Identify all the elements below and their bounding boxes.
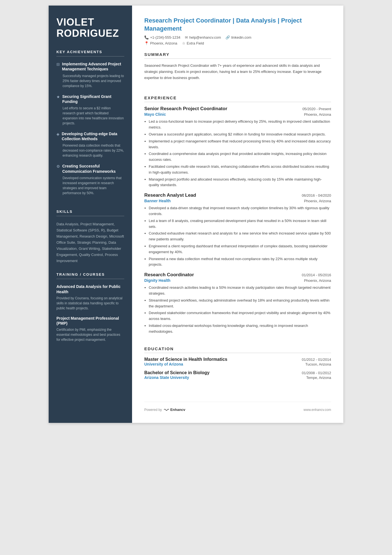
contact-phone: 📞 +1-(234)-555-1234 — [144, 35, 180, 40]
achievements-section: KEY ACHIEVEMENTS ⊟ Implementing Advanced… — [56, 50, 124, 201]
bullet-3-3: Developed stakeholder communication fram… — [149, 310, 331, 322]
job-location-1: Phoenix, Arizona — [304, 112, 331, 117]
edu-school-row-1: University of Arizona Tucson, Arizona — [144, 362, 331, 366]
summary-title: SUMMARY — [144, 52, 331, 57]
email-icon: ✉ — [185, 35, 188, 40]
bullet-3-4: Initiated cross-departmental workshops f… — [149, 323, 331, 335]
linkedin-icon: 🔗 — [225, 35, 230, 40]
bullet-2-2: Led a team of 8 analysts, creating perso… — [149, 218, 331, 230]
resume-container: VIOLET RODRIGUEZ KEY ACHIEVEMENTS ⊟ Impl… — [49, 6, 343, 423]
sidebar: VIOLET RODRIGUEZ KEY ACHIEVEMENTS ⊟ Impl… — [49, 6, 132, 423]
training-desc-2: Certification by PMI, emphasizing the es… — [56, 327, 124, 342]
job-company-1: Mayo Clinic — [144, 112, 166, 117]
edu-header-2: Bachelor of Science in Biology 01/2008 -… — [144, 370, 331, 375]
bullet-2-1: Developed a data-driven strategy that im… — [149, 205, 331, 217]
job-company-row-2: Banner Health Phoenix, Arizona — [144, 199, 331, 203]
achievement-icon-3: ◈ — [56, 132, 59, 136]
job-bullets-2: Developed a data-driven strategy that im… — [144, 205, 331, 268]
achievement-item-4: ⚙ Creating Successful Communication Fram… — [56, 164, 124, 195]
training-item-1: Advanced Data Analysis for Public Health… — [56, 284, 124, 310]
achievement-icon-4: ⚙ — [56, 164, 60, 169]
edu-header-1: Master of Science in Health Informatics … — [144, 357, 331, 362]
training-title-1: Advanced Data Analysis for Public Health — [56, 284, 124, 294]
job-date-2: 06/2016 - 04/2020 — [302, 193, 331, 198]
education-title: EDUCATION — [144, 346, 331, 351]
job-location-3: Phoenix, Arizona — [304, 278, 331, 283]
bullet-1-5: Facilitated complex multi-site research … — [149, 164, 331, 176]
job-title-3: Research Coordinator — [144, 272, 194, 278]
job-header-2: Research Analyst Lead 06/2016 - 04/2020 — [144, 193, 331, 198]
edu-city-2: Tempe, Arizona — [306, 376, 331, 380]
job-company-row-3: Dignity Health Phoenix, Arizona — [144, 278, 331, 283]
bullet-1-6: Managed project portfolio and allocated … — [149, 177, 331, 188]
skills-section: SKILLS Data Analysis, Project Management… — [56, 209, 124, 264]
job-date-3: 01/2014 - 05/2016 — [302, 273, 331, 277]
skills-text: Data Analysis, Project Management, Stati… — [56, 221, 124, 264]
achievement-desc-4: Developed communication systems that inc… — [56, 176, 124, 196]
achievement-item-2: ★ Securing Significant Grant Funding Led… — [56, 94, 124, 126]
extra-field-icon: ☆ — [182, 41, 185, 45]
training-item-2: Project Management Professional (PMP) Ce… — [56, 316, 124, 342]
edu-item-2: Bachelor of Science in Biology 01/2008 -… — [144, 370, 331, 380]
logo-icon — [163, 408, 169, 411]
job-company-2: Banner Health — [144, 199, 171, 203]
bullet-2-5: Pioneered a new data collection method t… — [149, 256, 331, 268]
achievement-desc-3: Pioneered data collection methods that d… — [56, 143, 124, 158]
experience-title: EXPERIENCE — [144, 95, 331, 100]
achievement-icon-2: ★ — [56, 95, 60, 99]
job-title-2: Research Analyst Lead — [144, 193, 196, 198]
bullet-3-2: Streamlined project workflows, reducing … — [149, 298, 331, 309]
summary-section: SUMMARY Seasoned Research Project Coordi… — [144, 52, 331, 88]
edu-date-2: 01/2008 - 01/2012 — [302, 371, 331, 375]
contact-location-row: 📍 Phoenix, Arizona ☆ Extra Field — [144, 41, 331, 45]
achievement-title-1: Implementing Advanced Project Management… — [62, 61, 124, 71]
job-title-header: Research Project Coordinator | Data Anal… — [144, 17, 331, 33]
candidate-name: VIOLET RODRIGUEZ — [56, 17, 124, 39]
job-location-2: Phoenix, Arizona — [304, 199, 331, 203]
education-section: EDUCATION Master of Science in Health In… — [144, 346, 331, 384]
achievement-item-3: ◈ Developing Cutting-edge Data Collectio… — [56, 131, 124, 158]
job-company-row-1: Mayo Clinic Phoenix, Arizona — [144, 112, 331, 117]
job-bullets-1: Led a cross-functional team to increase … — [144, 119, 331, 188]
bullet-1-4: Coordinated a comprehensive data analysi… — [149, 151, 331, 163]
experience-section: EXPERIENCE Senior Research Project Coord… — [144, 95, 331, 339]
bullet-2-4: Engineered a client reporting dashboard … — [149, 243, 331, 255]
location-icon: 📍 — [144, 41, 149, 45]
contact-linkedin[interactable]: 🔗 linkedin.com — [225, 35, 251, 40]
summary-text: Seasoned Research Project Coordinator wi… — [144, 63, 331, 81]
edu-item-1: Master of Science in Health Informatics … — [144, 357, 331, 366]
edu-school-2: Arizona State University — [144, 375, 189, 380]
achievement-title-4: Creating Successful Communication Framew… — [62, 164, 124, 174]
achievements-title: KEY ACHIEVEMENTS — [56, 50, 124, 54]
job-company-3: Dignity Health — [144, 278, 170, 283]
skills-title: SKILLS — [56, 209, 124, 214]
achievement-item-1: ⊟ Implementing Advanced Project Manageme… — [56, 61, 124, 88]
training-title-2: Project Management Professional (PMP) — [56, 316, 124, 326]
edu-date-1: 01/2012 - 01/2014 — [302, 357, 331, 362]
main-header: Research Project Coordinator | Data Anal… — [144, 17, 331, 45]
job-bullets-3: Coordinated research activities leading … — [144, 285, 331, 334]
contact-row: 📞 +1-(234)-555-1234 ✉ help@enhancv.com 🔗… — [144, 35, 331, 40]
footer-website: www.enhancv.com — [304, 408, 331, 412]
job-header-1: Senior Research Project Coordinator 05/2… — [144, 106, 331, 112]
contact-email: ✉ help@enhancv.com — [185, 35, 221, 40]
bullet-1-2: Oversaw a successful grant application, … — [149, 132, 331, 137]
training-desc-1: Provided by Coursera, focusing on analyt… — [56, 296, 124, 311]
edu-school-row-2: Arizona State University Tempe, Arizona — [144, 375, 331, 380]
bullet-2-3: Conducted exhaustive market research and… — [149, 231, 331, 242]
bullet-3-1: Coordinated research activities leading … — [149, 285, 331, 297]
job-title-1: Senior Research Project Coordinator — [144, 106, 227, 112]
job-header-3: Research Coordinator 01/2014 - 05/2016 — [144, 272, 331, 278]
achievement-desc-2: Led efforts to secure a $2 million resea… — [56, 106, 124, 126]
achievement-title-3: Developing Cutting-edge Data Collection … — [62, 131, 124, 141]
achievement-icon-1: ⊟ — [56, 62, 60, 66]
edu-degree-1: Master of Science in Health Informatics — [144, 357, 227, 362]
main-content: Research Project Coordinator | Data Anal… — [132, 6, 343, 423]
enhancv-logo: Enhancv — [163, 408, 185, 412]
training-title: TRAINING / COURSES — [56, 272, 124, 277]
edu-degree-2: Bachelor of Science in Biology — [144, 370, 210, 375]
footer-left: Powered by Enhancv — [144, 408, 185, 412]
achievement-title-2: Securing Significant Grant Funding — [62, 94, 124, 104]
edu-city-1: Tucson, Arizona — [305, 362, 331, 366]
achievement-desc-1: Successfully managed projects leading to… — [56, 73, 124, 88]
